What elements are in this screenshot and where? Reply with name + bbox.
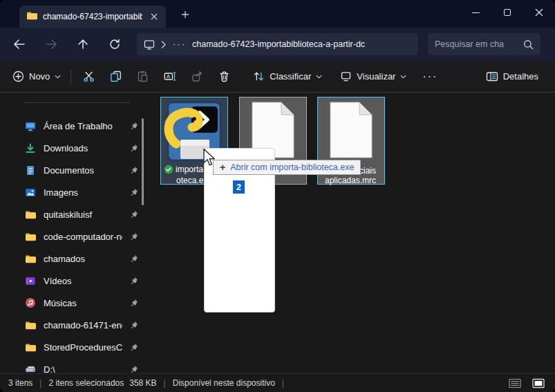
sort-label: Classificar [270,71,311,82]
back-icon [13,39,26,50]
sidebar-item-music[interactable]: Músicas [0,292,151,314]
command-bar: Novo A Classificar Visualizar [0,61,555,93]
details-view-toggle[interactable] [507,376,523,390]
share-icon [191,71,203,82]
rename-icon: A [164,71,176,82]
file-list-area[interactable]: importa-bibli oteca.exe as.mrc [151,93,555,373]
pin-icon [130,122,138,130]
paste-icon [137,71,149,82]
sidebar-item-documents[interactable]: Documentos [0,159,151,181]
sidebar-item-label: StoredProceduresCFJL-t [44,342,122,353]
folder-icon [26,10,37,23]
copy-plus-icon: + [220,162,225,172]
details-pane-button[interactable]: Detalhes [480,66,544,86]
videos-icon [25,276,36,286]
delete-button[interactable] [211,66,238,86]
pin-icon [130,254,138,263]
plus-circle-icon [12,71,24,82]
document-icon [329,101,373,159]
maximize-button[interactable] [491,0,523,25]
drag-count-badge: 2 [233,180,245,194]
tab-close-icon[interactable] [148,10,160,23]
pin-icon [130,210,138,218]
address-bar[interactable]: ··· chamado-67423-importabiblioteca-a-pa… [137,33,418,55]
pin-icon [130,321,138,329]
chevron-down-icon [55,75,61,79]
up-button[interactable] [72,33,94,55]
mouse-cursor [203,148,218,169]
search-placeholder: Pesquisar em cha [435,39,504,49]
ellipsis-icon: ··· [422,73,438,80]
paste-button[interactable] [129,66,156,86]
maximize-icon [504,9,511,16]
sidebar-item-folder-chamados[interactable]: chamados [0,248,151,270]
status-separator: | [164,378,166,388]
sidebar-item-videos[interactable]: Vídeos [0,270,151,292]
chevron-down-icon [400,75,406,79]
pictures-icon [25,187,36,198]
sort-button[interactable]: Classificar [247,66,328,86]
view-label: Visualizar [357,71,395,82]
minimize-icon [472,12,480,13]
share-button[interactable] [184,66,211,86]
navigation-bar: ··· chamado-67423-importabiblioteca-a-pa… [0,28,555,61]
toolbar-separator [70,69,71,84]
breadcrumb-path[interactable]: chamado-67423-importabiblioteca-a-partir… [192,39,365,49]
sidebar-item-label: chamado-61471-encerra [44,320,122,330]
sidebar-item-label: quitaiskiluisf [44,209,122,220]
sidebar-list: Área de Trabalho Downloads Documentos Im… [0,115,151,373]
music-icon [25,297,36,308]
sidebar-item-pictures[interactable]: Imagens [0,181,151,203]
documents-icon [25,165,36,176]
sidebar-item-folder-code-computador[interactable]: code-computador-novo [0,225,151,248]
folder-icon [25,209,36,219]
pin-icon [130,365,138,373]
sidebar-scrollbar[interactable] [142,118,144,205]
status-separator: | [39,378,41,388]
back-button[interactable] [8,33,30,55]
forward-button[interactable] [40,33,62,55]
forward-icon [45,39,57,50]
navigation-pane: Área de Trabalho Downloads Documentos Im… [0,93,151,373]
large-icons-view-toggle[interactable] [530,376,547,390]
status-bar: 3 itens | 2 itens selecionados 358 KB | … [0,373,555,392]
rename-button[interactable]: A [156,66,184,86]
sidebar-item-folder-storedprocedures[interactable]: StoredProceduresCFJL-t [0,336,151,358]
pin-icon [130,166,138,174]
copy-button[interactable] [102,66,129,86]
minimize-button[interactable] [460,0,491,25]
tab-bar: chamado-67423-importabibli [0,0,555,28]
window-controls [460,0,555,25]
view-button[interactable]: Visualizar [335,66,412,86]
sidebar-item-label: chamados [44,254,122,264]
selection-size: 358 KB [129,378,156,388]
sidebar-item-label: Documentos [44,165,122,176]
view-icon [340,71,352,82]
close-button[interactable] [523,0,555,25]
breadcrumb-chevron-icon [161,41,167,48]
search-icon [523,39,534,50]
sidebar-item-drive-d[interactable]: D:\ [0,358,151,373]
cut-button[interactable] [75,66,102,86]
downloads-icon [25,143,36,153]
svg-text:A: A [167,73,170,80]
refresh-button[interactable] [104,33,126,55]
new-button[interactable]: Novo [7,66,66,86]
drop-action-text: Abrir com importa-biblioteca.exe [230,162,354,172]
sidebar-item-folder-quitaiskiluisf[interactable]: quitaiskiluisf [0,203,151,225]
sidebar-item-folder-chamado-61471[interactable]: chamado-61471-encerra [0,314,151,336]
breadcrumb-overflow[interactable]: ··· [173,41,186,48]
more-options-button[interactable]: ··· [415,69,445,84]
available-check-icon [164,165,173,174]
folder-icon [25,254,36,263]
new-tab-button[interactable] [178,8,192,21]
pin-icon [130,144,138,152]
pin-icon [130,277,138,285]
folder-icon [25,320,36,330]
search-box[interactable]: Pesquisar em cha [428,33,540,55]
explorer-tab[interactable]: chamado-67423-importabibli [19,6,166,28]
sidebar-item-downloads[interactable]: Downloads [0,137,151,159]
sidebar-item-label: D:\ [44,364,122,374]
sidebar-item-desktop[interactable]: Área de Trabalho [0,115,151,137]
pin-icon [130,343,138,351]
